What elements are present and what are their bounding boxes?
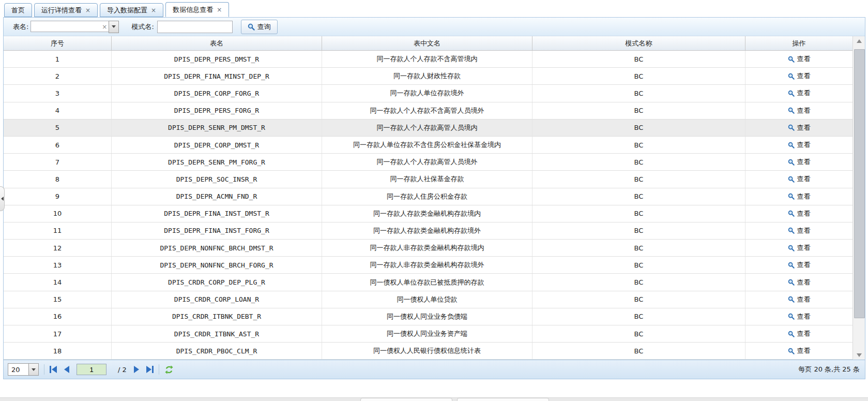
cell-cn-name: 同一债权人同业业务资产端 (322, 325, 532, 342)
current-page-input[interactable] (77, 364, 106, 375)
separator (44, 364, 44, 375)
table-row[interactable]: 10 DPIS_DEPR_FINA_INST_DMST_R 同一存款人存款类金融… (4, 205, 852, 222)
cell-cn-name: 同一债权人单位贷款 (322, 291, 532, 308)
cell-cn-name: 同一存款人非存款类金融机构存款境外 (322, 257, 532, 273)
arrow-down-icon (857, 353, 862, 360)
col-header-seq[interactable]: 序号 (4, 36, 112, 50)
cell-action: 查看 (745, 257, 852, 273)
cell-schema: BC (532, 205, 745, 222)
tab-run-details[interactable]: 运行详情查看 × (34, 3, 98, 17)
data-table: 序号 表名 表中文名 模式名称 操作 1 DPIS_DEPR_PERS_DMST… (4, 36, 865, 360)
view-button[interactable]: 查看 (788, 295, 811, 304)
cell-action: 查看 (745, 137, 852, 153)
view-button[interactable]: 查看 (788, 312, 811, 321)
close-icon[interactable]: × (217, 7, 222, 13)
select-dropdown-trigger[interactable] (28, 363, 39, 376)
table-row[interactable]: 17 DPIS_CRDR_ITBNK_AST_R 同一债权人同业业务资产端 BC… (4, 325, 852, 343)
panel-collapse-handle[interactable] (0, 186, 5, 211)
view-button[interactable]: 查看 (788, 192, 811, 201)
table-row[interactable]: 6 DPIS_DEPR_CORP_DMST_R 同一存款人单位存款不含住房公积金… (4, 137, 852, 154)
table-row[interactable]: 4 DPIS_DEPR_PERS_FORG_R 同一存款人个人存款不含高管人员境… (4, 102, 852, 120)
cell-table-name: DPIS_DEPR_FINA_MINST_DEP_R (112, 68, 322, 84)
view-button[interactable]: 查看 (788, 54, 811, 64)
cell-seq: 11 (4, 222, 112, 239)
table-name-input[interactable] (31, 21, 109, 32)
cell-cn-name: 同一存款人非存款类金融机构存款境内 (322, 240, 532, 256)
table-row[interactable]: 1 DPIS_DEPR_PERS_DMST_R 同一存款人个人存款不含高管境内 … (4, 51, 852, 68)
cell-table-name: DPIS_CRDR_CORP_DEP_PLG_R (112, 274, 322, 290)
taskbar-window-nub (457, 398, 549, 401)
col-header-schema[interactable]: 模式名称 (532, 36, 745, 50)
view-button[interactable]: 查看 (788, 278, 811, 287)
tab-home[interactable]: 首页 (4, 3, 32, 17)
cell-schema: BC (532, 274, 745, 290)
cell-action: 查看 (745, 171, 852, 187)
magnifier-icon (788, 73, 795, 80)
close-icon[interactable]: × (151, 7, 156, 13)
table-row[interactable]: 7 DPIS_DEPR_SENR_PM_FORG_R 同一存款人个人存款高管人员… (4, 154, 852, 171)
cell-table-name: DPIS_DEPR_NONFNC_BRCH_FORG_R (112, 257, 322, 273)
vertical-scrollbar[interactable] (852, 36, 865, 360)
last-page-button[interactable] (146, 366, 154, 373)
view-button[interactable]: 查看 (788, 88, 811, 98)
combo-dropdown-trigger[interactable] (109, 21, 119, 33)
view-button[interactable]: 查看 (788, 209, 811, 218)
prev-page-button[interactable] (64, 366, 69, 373)
table-row[interactable]: 11 DPIS_DEPR_FINA_INST_FORG_R 同一存款人存款类金融… (4, 222, 852, 240)
close-icon[interactable]: × (85, 7, 90, 13)
view-button[interactable]: 查看 (788, 140, 811, 150)
next-page-button[interactable] (134, 366, 139, 373)
view-button[interactable]: 查看 (788, 243, 811, 253)
col-header-name[interactable]: 表名 (112, 36, 322, 50)
cell-seq: 10 (4, 205, 112, 222)
next-page-icon (134, 366, 139, 373)
magnifier-icon (788, 210, 795, 217)
table-row[interactable]: 3 DPIS_DEPR_CORP_FORG_R 同一存款人单位存款境外 BC 查… (4, 85, 852, 102)
view-label: 查看 (797, 192, 811, 201)
clear-icon[interactable]: × (100, 21, 109, 33)
cell-schema: BC (532, 291, 745, 308)
refresh-button[interactable] (164, 365, 174, 374)
view-button[interactable]: 查看 (788, 157, 811, 167)
view-button[interactable]: 查看 (788, 174, 811, 184)
cell-table-name: DPIS_CRDR_PBOC_CLM_R (112, 343, 322, 359)
view-button[interactable]: 查看 (788, 226, 811, 235)
view-label: 查看 (797, 243, 811, 253)
table-row[interactable]: 13 DPIS_DEPR_NONFNC_BRCH_FORG_R 同一存款人非存款… (4, 257, 852, 274)
view-button[interactable]: 查看 (788, 123, 811, 132)
table-row[interactable]: 18 DPIS_CRDR_PBOC_CLM_R 同一债权人人民银行债权信息统计表… (4, 343, 852, 360)
cell-cn-name: 同一存款人个人存款高管人员境内 (322, 120, 532, 136)
col-header-cnname[interactable]: 表中文名 (322, 36, 532, 50)
tab-data-info[interactable]: 数据信息查看 × (165, 2, 229, 17)
tab-import-config[interactable]: 导入数据配置 × (100, 3, 163, 17)
scroll-up-button[interactable] (853, 36, 865, 46)
table-row[interactable]: 12 DPIS_DEPR_NONFNC_BRCH_DMST_R 同一存款人非存款… (4, 240, 852, 257)
taskbar-window-nub (360, 398, 452, 401)
view-button[interactable]: 查看 (788, 260, 811, 270)
cell-table-name: DPIS_DEPR_FINA_INST_FORG_R (112, 222, 322, 239)
view-button[interactable]: 查看 (788, 71, 811, 81)
table-row[interactable]: 15 DPIS_CRDR_CORP_LOAN_R 同一债权人单位贷款 BC 查看 (4, 291, 852, 308)
search-button[interactable]: 查询 (241, 20, 278, 34)
table-row[interactable]: 16 DPIS_CRDR_ITBNK_DEBT_R 同一债权人同业业务负债端 B… (4, 308, 852, 325)
cell-schema: BC (532, 51, 745, 67)
col-header-action[interactable]: 操作 (745, 36, 852, 50)
table-row[interactable]: 8 DPIS_DEPR_SOC_INSR_R 同一存款人社保基金存款 BC 查看 (4, 171, 852, 188)
table-row[interactable]: 9 DPIS_DEPR_ACMN_FND_R 同一存款人住房公积金存款 BC 查… (4, 188, 852, 205)
table-row[interactable]: 5 DPIS_DEPR_SENR_PM_DMST_R 同一存款人个人存款高管人员… (4, 120, 852, 137)
first-page-button[interactable] (50, 366, 57, 373)
cell-seq: 13 (4, 257, 112, 273)
view-button[interactable]: 查看 (788, 106, 811, 115)
magnifier-icon (788, 159, 795, 166)
cell-seq: 8 (4, 171, 112, 187)
page-size-select[interactable]: 20 (8, 363, 39, 376)
cell-action: 查看 (745, 188, 852, 205)
view-button[interactable]: 查看 (788, 346, 811, 355)
schema-name-input[interactable] (157, 21, 233, 33)
cell-table-name: DPIS_DEPR_SENR_PM_DMST_R (112, 120, 322, 136)
scrollbar-thumb[interactable] (854, 49, 865, 318)
scroll-down-button[interactable] (853, 350, 865, 360)
table-row[interactable]: 2 DPIS_DEPR_FINA_MINST_DEP_R 同一存款人财政性存款 … (4, 68, 852, 85)
table-row[interactable]: 14 DPIS_CRDR_CORP_DEP_PLG_R 同一债权人单位存款已被抵… (4, 274, 852, 291)
view-button[interactable]: 查看 (788, 329, 811, 338)
